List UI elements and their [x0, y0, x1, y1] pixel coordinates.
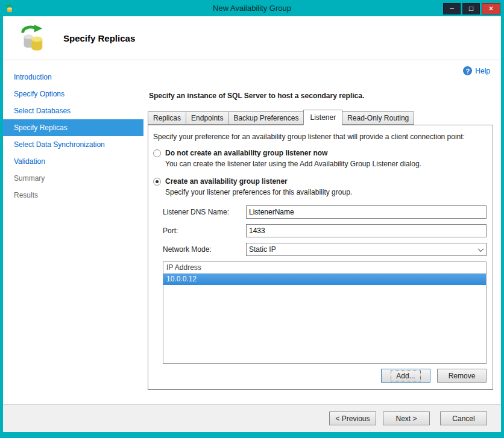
network-mode-dropdown[interactable]: Static IP	[246, 243, 487, 256]
radio-button-checked[interactable]	[153, 178, 161, 186]
titlebar[interactable]: New Availability Group – □ ×	[0, 0, 504, 16]
replica-database-icon	[19, 24, 46, 52]
window-database-icon	[5, 4, 14, 13]
port-input[interactable]	[246, 224, 487, 237]
sidebar-item-introduction[interactable]: Introduction	[3, 69, 143, 86]
dns-name-label: Listener DNS Name:	[163, 208, 246, 216]
sidebar-item-specify-options[interactable]: Specify Options	[3, 86, 143, 102]
radio-option-create-listener[interactable]: Create an availability group listener	[153, 177, 487, 186]
tab-read-only-routing[interactable]: Read-Only Routing	[342, 111, 414, 125]
radio-create-listener-description: Specify your listener preferences for th…	[165, 188, 487, 196]
wizard-steps-sidebar: Introduction Specify Options Select Data…	[3, 60, 143, 404]
help-label: Help	[475, 67, 490, 75]
listener-tab-panel: Specify your preference for an availabil…	[148, 125, 493, 390]
ip-address-row[interactable]: 10.0.0.12	[163, 274, 486, 285]
window-controls: – □ ×	[441, 2, 500, 14]
sidebar-item-specify-replicas[interactable]: Specify Replicas	[3, 119, 143, 136]
listener-preference-text: Specify your preference for an availabil…	[153, 133, 487, 141]
sidebar-item-summary: Summary	[3, 170, 143, 187]
tab-strip: Replicas Endpoints Backup Preferences Li…	[148, 110, 493, 125]
network-mode-label: Network Mode:	[163, 245, 246, 254]
close-button[interactable]: ×	[482, 3, 500, 14]
new-availability-group-window: New Availability Group – □ × Specify Rep…	[0, 0, 504, 438]
port-row: Port:	[163, 224, 487, 237]
radio-no-listener-label: Do not create an availability group list…	[165, 149, 327, 157]
radio-create-listener-label: Create an availability group listener	[165, 177, 288, 186]
radio-option-no-listener[interactable]: Do not create an availability group list…	[153, 149, 487, 157]
radio-button-unchecked[interactable]	[153, 149, 161, 157]
minimize-button[interactable]: –	[443, 3, 461, 14]
previous-button[interactable]: < Previous	[329, 411, 376, 425]
network-mode-value: Static IP	[249, 245, 476, 254]
dns-name-row: Listener DNS Name:	[163, 205, 487, 219]
tab-replicas[interactable]: Replicas	[148, 111, 186, 125]
tab-endpoints[interactable]: Endpoints	[186, 111, 228, 125]
tab-listener[interactable]: Listener	[303, 110, 342, 125]
instruction-text: Specify an instance of SQL Server to hos…	[149, 92, 493, 100]
add-button[interactable]: Add...	[381, 369, 430, 383]
window-title: New Availability Group	[0, 4, 504, 13]
ip-address-column-header: IP Address	[163, 262, 486, 274]
wizard-header: Specify Replicas	[3, 16, 501, 60]
tab-backup-preferences[interactable]: Backup Preferences	[228, 111, 304, 125]
ip-address-list[interactable]: IP Address 10.0.0.12	[163, 261, 487, 364]
sidebar-item-results: Results	[3, 187, 143, 204]
sidebar-item-select-databases[interactable]: Select Databases	[3, 102, 143, 119]
wizard-content: ? Help Specify an instance of SQL Server…	[143, 60, 501, 404]
ip-list-buttons: Add... Remove	[153, 369, 487, 383]
help-link[interactable]: ? Help	[463, 66, 490, 75]
network-mode-row: Network Mode: Static IP	[163, 243, 487, 256]
page-title: Specify Replicas	[63, 33, 135, 43]
sidebar-item-validation[interactable]: Validation	[3, 153, 143, 170]
dialog-surface: Specify Replicas Introduction Specify Op…	[3, 16, 501, 432]
wizard-body: Introduction Specify Options Select Data…	[3, 60, 501, 404]
maximize-button[interactable]: □	[462, 3, 480, 14]
radio-no-listener-description: You can create the listener later using …	[165, 160, 487, 168]
cancel-button[interactable]: Cancel	[440, 411, 487, 425]
next-button[interactable]: Next >	[383, 411, 430, 425]
help-icon: ?	[463, 66, 472, 75]
wizard-footer: < Previous Next > Cancel	[3, 404, 501, 432]
port-label: Port:	[163, 227, 246, 235]
chevron-down-icon	[476, 248, 486, 252]
sidebar-item-select-data-synchronization[interactable]: Select Data Synchronization	[3, 136, 143, 153]
dns-name-input[interactable]	[246, 205, 487, 219]
remove-button[interactable]: Remove	[437, 369, 487, 383]
